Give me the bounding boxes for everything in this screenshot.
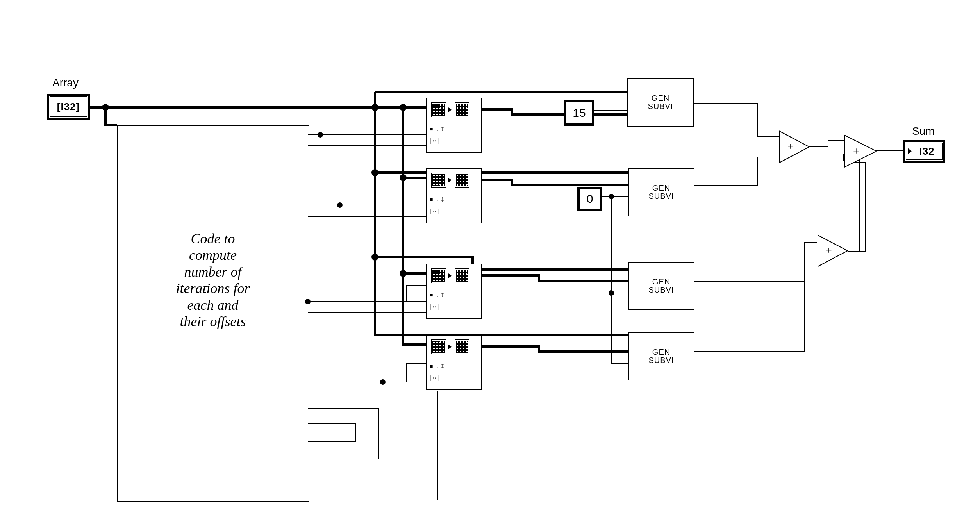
array-subset-node-2[interactable]: ■ .. ‡ |↔| — [426, 168, 482, 223]
svg-point-1 — [371, 104, 378, 111]
svg-marker-13 — [780, 131, 809, 163]
add-node-2[interactable]: + — [844, 134, 877, 168]
code-comment: Code to compute number of iterations for… — [133, 230, 293, 330]
svg-point-7 — [609, 194, 614, 199]
plus-icon: + — [826, 244, 832, 256]
svg-point-12 — [380, 379, 386, 385]
sum-indicator[interactable]: I32 — [903, 140, 945, 163]
array-control[interactable]: [I32] — [47, 94, 90, 120]
gen-subvi-1[interactable]: GEN SUBVI — [627, 78, 694, 127]
add-node-3[interactable]: + — [817, 234, 848, 267]
array-subset-node-4[interactable]: ■ .. ‡ |↔| — [426, 335, 482, 390]
sum-indicator-label: Sum — [912, 125, 935, 138]
array-subset-node-1[interactable]: ■ .. ‡ |↔| — [426, 98, 482, 153]
svg-point-10 — [318, 132, 323, 138]
svg-point-3 — [400, 174, 407, 181]
svg-point-6 — [371, 254, 378, 261]
plus-icon: + — [787, 140, 794, 152]
array-control-label: Array — [52, 77, 79, 89]
svg-point-8 — [609, 290, 614, 296]
svg-marker-14 — [844, 135, 876, 167]
block-diagram: Array [I32] Sum I32 Code to compute numb… — [0, 0, 980, 509]
svg-point-2 — [400, 104, 407, 111]
add-node-1[interactable]: + — [779, 130, 810, 163]
svg-point-4 — [400, 270, 407, 277]
gen-subvi-2[interactable]: GEN SUBVI — [628, 168, 694, 216]
array-type-text: [I32] — [50, 96, 87, 117]
svg-marker-15 — [818, 235, 848, 266]
constant-15[interactable]: 15 — [564, 100, 594, 126]
svg-point-0 — [102, 104, 109, 111]
plus-icon: + — [853, 145, 859, 157]
sum-type-text: I32 — [906, 143, 943, 160]
gen-subvi-3[interactable]: GEN SUBVI — [628, 262, 694, 310]
constant-0[interactable]: 0 — [577, 187, 602, 211]
svg-point-5 — [371, 169, 378, 176]
array-subset-node-3[interactable]: ■ .. ‡ |↔| — [426, 264, 482, 319]
svg-point-9 — [337, 202, 343, 208]
gen-subvi-4[interactable]: GEN SUBVI — [628, 332, 694, 380]
